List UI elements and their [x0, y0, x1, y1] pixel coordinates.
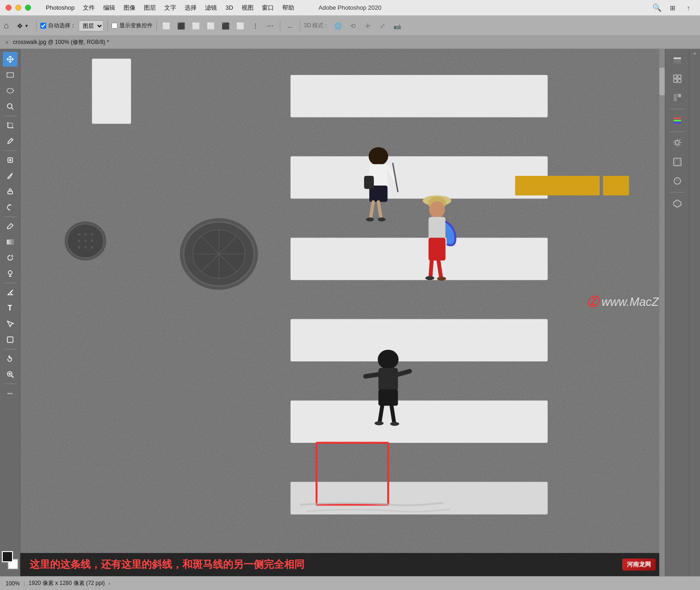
auto-select-label: 自动选择：: [48, 22, 76, 30]
svg-rect-30: [515, 176, 600, 195]
zoom-tool[interactable]: [3, 367, 18, 382]
text-tool[interactable]: T: [3, 301, 18, 316]
auto-select-checkbox[interactable]: 自动选择：: [40, 22, 76, 30]
eraser-tool[interactable]: [3, 219, 18, 234]
share-icon[interactable]: ↑: [682, 2, 694, 14]
svg-rect-72: [674, 60, 681, 62]
mask-panel-icon[interactable]: [669, 172, 686, 190]
menu-filter[interactable]: 滤镜: [201, 3, 221, 13]
svg-rect-78: [674, 94, 677, 101]
align-right-icon[interactable]: ⬜: [190, 20, 202, 32]
svg-rect-9: [7, 240, 13, 244]
move-dropdown-icon: ▼: [25, 24, 29, 28]
close-button[interactable]: [6, 5, 12, 11]
menu-text[interactable]: 文字: [161, 3, 180, 13]
gradient-tool[interactable]: [3, 235, 18, 249]
align-center-h-icon[interactable]: ⬛: [175, 20, 187, 32]
canvas-scrollbar-thumb[interactable]: [659, 68, 665, 95]
caption-text: 这里的这条线，还有这里的斜线，和斑马线的另一侧完全相同: [30, 558, 304, 571]
transform-checkbox[interactable]: 显示变换控件: [112, 22, 153, 30]
eyedropper-tool[interactable]: [3, 134, 18, 149]
layers-panel-icon[interactable]: [669, 51, 686, 68]
svg-rect-29: [92, 59, 131, 124]
align-top-icon[interactable]: ⬜: [205, 20, 217, 32]
svg-rect-31: [603, 176, 629, 195]
align-center-v-icon[interactable]: ⬛: [220, 20, 232, 32]
history-brush-tool[interactable]: [3, 200, 18, 215]
library-panel-icon[interactable]: [669, 89, 686, 106]
3d-panel-icon[interactable]: [669, 195, 686, 212]
tab-title[interactable]: crosswalk.jpg @ 100% (修整, RGB/8) *: [13, 38, 109, 46]
svg-point-50: [369, 147, 388, 165]
menu-layer[interactable]: 图层: [140, 3, 160, 13]
svg-rect-65: [378, 368, 398, 391]
brush-tool[interactable]: [3, 168, 18, 183]
move-tool-btn[interactable]: ✥ ▼: [13, 19, 32, 32]
menu-file[interactable]: 文件: [79, 3, 99, 13]
canvas-area[interactable]: Ⓩ www.MacZ.com 这里的这条线，还有这里的斜线，和斑马线的另一侧完全…: [20, 49, 665, 576]
menu-edit[interactable]: 编辑: [99, 3, 119, 13]
svg-rect-23: [291, 75, 548, 117]
3d-mode-label: 3D 模式：: [304, 22, 329, 30]
menu-window[interactable]: 窗口: [258, 3, 278, 13]
tab-close-btn[interactable]: ×: [4, 39, 10, 46]
more-tools-btn[interactable]: •••: [3, 386, 18, 401]
status-arrow-icon[interactable]: ›: [109, 580, 111, 587]
svg-rect-73: [674, 62, 681, 64]
light-panel-icon[interactable]: [669, 134, 686, 152]
svg-rect-86: [674, 158, 681, 166]
dodge-tool[interactable]: [3, 266, 18, 281]
stamp-tool[interactable]: [3, 184, 18, 199]
align-left-icon[interactable]: ⬜: [161, 20, 173, 32]
crop-tool[interactable]: [3, 118, 18, 133]
collapse-left-icon[interactable]: «: [694, 51, 696, 56]
properties-panel-icon[interactable]: [669, 70, 686, 87]
distribute-v-icon[interactable]: ⋯: [264, 20, 276, 32]
more-btn[interactable]: ...: [284, 19, 296, 32]
search-icon[interactable]: 🔍: [651, 2, 663, 14]
hand-tool[interactable]: [3, 351, 18, 366]
menu-help[interactable]: 帮助: [279, 3, 298, 13]
frame-panel-icon[interactable]: [669, 153, 686, 171]
svg-rect-76: [674, 79, 677, 82]
svg-rect-85: [676, 145, 679, 147]
svg-rect-75: [678, 75, 681, 78]
svg-point-35: [84, 233, 87, 236]
distribute-h-icon[interactable]: ⋮: [249, 20, 261, 32]
lasso-tool[interactable]: [3, 83, 18, 98]
foreground-color-swatch[interactable]: [2, 551, 13, 562]
home-icon[interactable]: ⌂: [4, 21, 9, 31]
3d-video-icon[interactable]: 📷: [391, 20, 403, 32]
arrange-icon[interactable]: ⊞: [667, 2, 679, 14]
maximize-button[interactable]: [25, 5, 31, 11]
pen-tool[interactable]: [3, 285, 18, 300]
path-select-tool[interactable]: [3, 317, 18, 331]
toolbar-divider-1: [36, 20, 37, 31]
svg-point-55: [378, 217, 385, 221]
rect-select-tool[interactable]: [3, 68, 18, 82]
channels-panel-icon[interactable]: [669, 112, 686, 129]
minimize-button[interactable]: [15, 5, 21, 11]
menu-select[interactable]: 选择: [181, 3, 200, 13]
svg-point-62: [425, 276, 434, 280]
3d-orbit-icon[interactable]: 🌐: [332, 20, 344, 32]
blur-tool[interactable]: [3, 250, 18, 265]
3d-camera-icon[interactable]: ✛: [362, 20, 374, 32]
shape-tool[interactable]: [3, 332, 18, 347]
align-bottom-icon[interactable]: ⬜: [235, 20, 247, 32]
healing-tool[interactable]: [3, 153, 18, 168]
menu-3d[interactable]: 3D: [222, 3, 237, 12]
move-tool[interactable]: [3, 52, 18, 67]
menu-view[interactable]: 视图: [238, 3, 257, 13]
svg-point-2: [7, 104, 12, 108]
menu-image[interactable]: 图像: [120, 3, 139, 13]
svg-rect-15: [7, 337, 13, 342]
svg-rect-71: [674, 57, 681, 59]
layer-select[interactable]: 图层: [79, 20, 104, 31]
3d-move-icon[interactable]: ⤢: [377, 20, 389, 32]
canvas-scrollbar[interactable]: [659, 49, 665, 576]
3d-pan-icon[interactable]: ⟲: [347, 20, 359, 32]
caption-bar: 这里的这条线，还有这里的斜线，和斑马线的另一侧完全相同 河南龙网: [20, 553, 665, 576]
quick-select-tool[interactable]: [3, 99, 18, 114]
menu-photoshop[interactable]: Photoshop: [42, 3, 78, 12]
